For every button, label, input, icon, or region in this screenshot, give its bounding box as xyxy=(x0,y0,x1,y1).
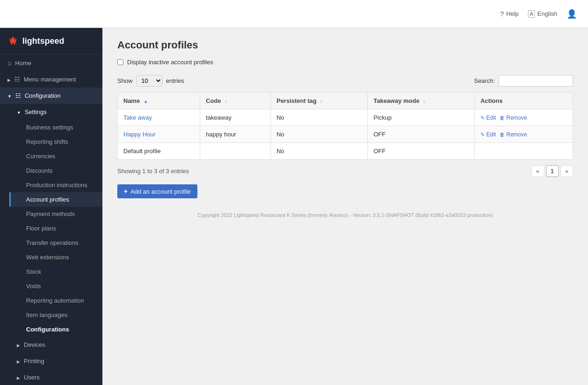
sidebar-item-account-profiles[interactable]: Account profiles xyxy=(9,192,102,207)
footer-text: Copyright 2022 Lightspeed Restaurant K S… xyxy=(198,212,493,218)
sidebar-item-item-languages[interactable]: Item languages xyxy=(9,308,102,322)
sidebar-item-business-settings[interactable]: Business settings xyxy=(9,120,102,135)
sort-name-icon: ▲ xyxy=(143,99,148,104)
sort-persistent-tag-icon: ↕ xyxy=(320,99,323,104)
chevron-right-devices-icon xyxy=(17,341,20,348)
chevron-right-icon xyxy=(7,76,11,83)
topbar-actions: ? Help A English 👤 xyxy=(500,9,577,19)
sidebar-item-reporting-shifts[interactable]: Reporting shifts xyxy=(9,135,102,149)
table-row: Happy Hour happy hour No OFF ✎ Edit 🗑 Re… xyxy=(118,126,573,143)
help-button[interactable]: ? Help xyxy=(500,10,519,18)
content-footer: Copyright 2022 Lightspeed Restaurant K S… xyxy=(117,212,573,218)
lightspeed-logo-icon xyxy=(7,35,19,47)
sidebar-item-discounts[interactable]: Discounts xyxy=(9,163,102,178)
sidebar-item-printing[interactable]: Printing xyxy=(7,353,102,369)
add-button-label: Add an account profile xyxy=(130,188,190,195)
sidebar-item-currencies[interactable]: Currencies xyxy=(9,149,102,163)
row3-takeaway-mode: OFF xyxy=(368,143,475,160)
sidebar-item-transfer-operations[interactable]: Transfer operations xyxy=(9,236,102,250)
sidebar-item-home[interactable]: ⌂ Home xyxy=(0,54,102,71)
sidebar-item-label-menu: Menu management xyxy=(24,76,76,83)
chevron-right-users-icon xyxy=(17,374,20,381)
sidebar-item-label-printing: Printing xyxy=(24,358,44,365)
page-title: Account profiles xyxy=(117,39,573,51)
pagination: « 1 » xyxy=(531,165,573,177)
sidebar-item-reporting-automation[interactable]: Reporting automation xyxy=(9,293,102,308)
sidebar-item-label-settings: Settings xyxy=(25,108,47,115)
plus-icon: + xyxy=(124,188,128,195)
search-input[interactable] xyxy=(499,75,573,87)
pagination-prev[interactable]: « xyxy=(531,165,544,177)
row1-remove-link[interactable]: Remove xyxy=(507,115,527,121)
grid-icon: ☷ xyxy=(14,76,20,83)
sidebar-logo-text: lightspeed xyxy=(22,36,64,46)
sidebar-item-devices[interactable]: Devices xyxy=(7,337,102,353)
th-actions: Actions xyxy=(474,93,573,109)
sidebar-item-label-devices: Devices xyxy=(24,341,45,348)
main-content: Account profiles Display inactive accoun… xyxy=(102,28,588,385)
sidebar-item-floor-plans[interactable]: Floor plans xyxy=(9,221,102,236)
language-icon: A xyxy=(528,10,535,18)
inactive-profiles-checkbox[interactable] xyxy=(117,59,123,65)
table-header: Name ▲ Code ↕ Persistent tag ↕ Takeaway … xyxy=(118,93,573,109)
th-takeaway-mode[interactable]: Takeaway mode ↕ xyxy=(368,93,475,109)
sidebar-item-users[interactable]: Users xyxy=(7,369,102,385)
help-icon: ? xyxy=(500,10,504,18)
row1-name-link[interactable]: Take away xyxy=(123,114,152,121)
sidebar-item-label-config: Configuration xyxy=(25,92,61,99)
row3-actions xyxy=(474,143,573,160)
inactive-profiles-row: Display inactive account profiles xyxy=(117,59,573,66)
show-entries: Show 10 25 50 100 entries xyxy=(117,75,184,87)
chevron-down-settings-icon xyxy=(17,108,21,115)
sidebar-item-voids[interactable]: Voids xyxy=(9,279,102,293)
row1-takeaway-mode: Pickup xyxy=(368,109,475,126)
table-row: Default profile No OFF xyxy=(118,143,573,160)
entries-select[interactable]: 10 25 50 100 xyxy=(136,75,162,87)
chevron-down-icon xyxy=(7,92,12,99)
add-account-profile-button[interactable]: + Add an account profile xyxy=(117,184,197,198)
row3-persistent-tag: No xyxy=(270,143,367,160)
row3-code xyxy=(200,143,271,160)
row2-edit-icon: ✎ xyxy=(480,132,485,137)
sidebar-item-payment-methods[interactable]: Payment methods xyxy=(9,207,102,221)
config-icon: ☷ xyxy=(15,92,21,99)
sidebar-item-label-home: Home xyxy=(15,60,31,67)
sidebar-item-label-users: Users xyxy=(24,374,40,381)
row1-actions: ✎ Edit 🗑 Remove xyxy=(474,109,573,126)
th-name[interactable]: Name ▲ xyxy=(118,93,200,109)
row2-remove-link[interactable]: Remove xyxy=(507,131,527,138)
th-code[interactable]: Code ↕ xyxy=(200,93,271,109)
row1-code: takeaway xyxy=(200,109,271,126)
sidebar-item-menu-management[interactable]: ☷ Menu management xyxy=(0,71,102,88)
sidebar-item-configurations[interactable]: Configurations xyxy=(9,322,102,337)
sidebar-item-web-extensions[interactable]: Web extensions xyxy=(9,250,102,264)
pagination-current[interactable]: 1 xyxy=(546,165,559,177)
search-box: Search: xyxy=(474,75,573,87)
help-label: Help xyxy=(506,10,519,17)
search-label: Search: xyxy=(474,77,495,84)
row1-edit-link[interactable]: Edit xyxy=(487,115,496,121)
user-button[interactable]: 👤 xyxy=(567,9,577,19)
user-icon: 👤 xyxy=(567,9,577,19)
sidebar-logo[interactable]: lightspeed xyxy=(0,28,102,54)
th-persistent-tag[interactable]: Persistent tag ↕ xyxy=(270,93,367,109)
sidebar-item-production-instructions[interactable]: Production instructions xyxy=(9,178,102,192)
table-body: Take away takeaway No Pickup ✎ Edit 🗑 Re… xyxy=(118,109,573,160)
account-profiles-table: Name ▲ Code ↕ Persistent tag ↕ Takeaway … xyxy=(117,92,573,160)
sidebar-item-configuration[interactable]: ☷ Configuration xyxy=(0,88,102,104)
pagination-next[interactable]: » xyxy=(561,165,573,177)
show-label: Show xyxy=(117,77,133,84)
language-button[interactable]: A English xyxy=(528,10,557,18)
layout: lightspeed ⌂ Home ☷ Menu management ☷ Co… xyxy=(0,0,588,385)
row2-takeaway-mode: OFF xyxy=(368,126,475,143)
home-icon: ⌂ xyxy=(7,59,11,67)
row2-name-link[interactable]: Happy Hour xyxy=(123,131,155,138)
entries-label: entries xyxy=(166,77,184,84)
sort-takeaway-mode-icon: ↕ xyxy=(423,99,426,104)
sort-code-icon: ↕ xyxy=(224,99,227,104)
sidebar-item-stock[interactable]: Stock xyxy=(9,264,102,279)
inactive-profiles-label[interactable]: Display inactive account profiles xyxy=(127,59,213,66)
row2-edit-link[interactable]: Edit xyxy=(487,131,496,138)
sidebar-item-settings[interactable]: Settings xyxy=(7,104,102,120)
row1-remove-icon: 🗑 xyxy=(500,115,505,121)
